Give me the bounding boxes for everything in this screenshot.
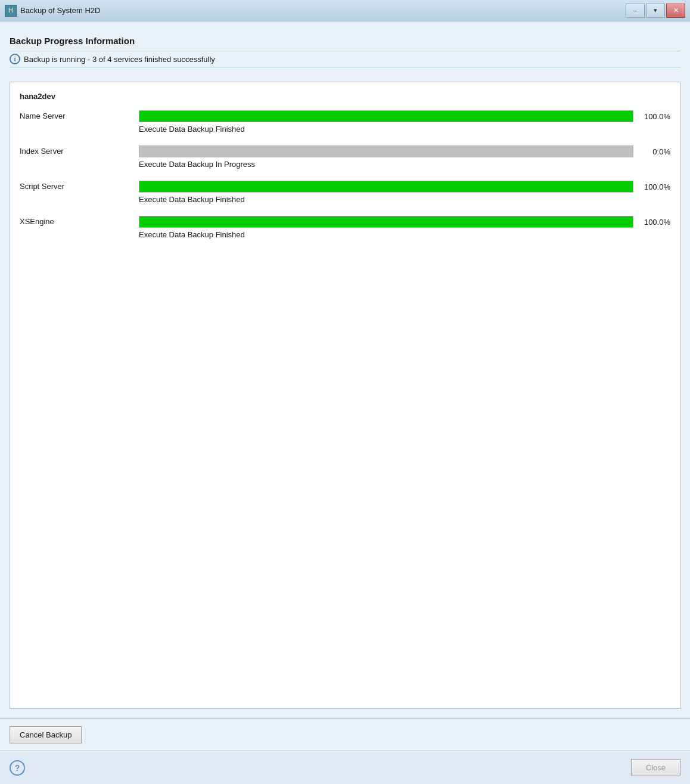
progress-line-xsengine: 100.0% xyxy=(139,216,670,228)
progress-bar-xsengine xyxy=(139,216,633,228)
service-label-script-server: Script Server xyxy=(20,181,139,191)
progress-line-index-server: 0.0% xyxy=(139,145,670,157)
progress-bar-script-server xyxy=(139,181,633,193)
services-panel: hana2dev Name Server 100.0% Execute Data… xyxy=(10,82,680,709)
service-status-script-server: Execute Data Backup Finished xyxy=(139,195,670,204)
progress-fill-index-server xyxy=(139,146,633,157)
info-header: Backup Progress Information i Backup is … xyxy=(10,31,680,75)
cancel-backup-button[interactable]: Cancel Backup xyxy=(10,726,82,743)
progress-pct-name-server: 100.0% xyxy=(639,112,670,121)
service-row-name-server: Name Server 100.0% Execute Data Backup F… xyxy=(20,110,670,134)
system-name: hana2dev xyxy=(20,92,670,101)
progress-bar-name-server xyxy=(139,110,633,122)
window-title: Backup of System H2D xyxy=(20,6,100,15)
service-progress-index-server: 0.0% Execute Data Backup In Progress xyxy=(139,145,670,169)
service-status-name-server: Execute Data Backup Finished xyxy=(139,125,670,134)
service-status-index-server: Execute Data Backup In Progress xyxy=(139,160,670,169)
footer: ? Close xyxy=(0,751,690,784)
service-status-xsengine: Execute Data Backup Finished xyxy=(139,230,670,239)
progress-pct-xsengine: 100.0% xyxy=(639,218,670,227)
maximize-button[interactable]: ▾ xyxy=(646,4,665,18)
progress-line-name-server: 100.0% xyxy=(139,110,670,122)
divider-top xyxy=(10,51,680,51)
status-text: Backup is running - 3 of 4 services fini… xyxy=(24,55,215,64)
service-progress-xsengine: 100.0% Execute Data Backup Finished xyxy=(139,216,670,239)
title-bar: H Backup of System H2D − ▾ ✕ xyxy=(0,0,690,21)
close-button[interactable]: Close xyxy=(631,759,680,776)
minimize-button[interactable]: − xyxy=(626,4,645,18)
info-icon: i xyxy=(10,54,20,64)
divider-bottom xyxy=(10,67,680,67)
progress-fill-name-server xyxy=(139,111,633,122)
help-icon[interactable]: ? xyxy=(10,760,25,776)
main-content: Backup Progress Information i Backup is … xyxy=(0,21,690,718)
title-bar-left: H Backup of System H2D xyxy=(5,5,100,17)
service-label-index-server: Index Server xyxy=(20,145,139,156)
bottom-buttons-area: Cancel Backup xyxy=(0,718,690,751)
progress-line-script-server: 100.0% xyxy=(139,181,670,193)
title-bar-controls: − ▾ ✕ xyxy=(626,4,685,18)
section-title: Backup Progress Information xyxy=(10,36,680,46)
service-row-script-server: Script Server 100.0% Execute Data Backup… xyxy=(20,181,670,204)
app-icon-label: H xyxy=(8,7,13,14)
progress-bar-index-server xyxy=(139,145,633,157)
app-icon: H xyxy=(5,5,17,17)
service-label-name-server: Name Server xyxy=(20,110,139,120)
progress-pct-script-server: 100.0% xyxy=(639,182,670,191)
progress-fill-script-server xyxy=(139,181,633,192)
title-close-button[interactable]: ✕ xyxy=(666,4,685,18)
service-row-xsengine: XSEngine 100.0% Execute Data Backup Fini… xyxy=(20,216,670,239)
service-label-xsengine: XSEngine xyxy=(20,216,139,226)
service-progress-script-server: 100.0% Execute Data Backup Finished xyxy=(139,181,670,204)
service-row-index-server: Index Server 0.0% Execute Data Backup In… xyxy=(20,145,670,169)
status-row: i Backup is running - 3 of 4 services fi… xyxy=(10,54,680,64)
service-progress-name-server: 100.0% Execute Data Backup Finished xyxy=(139,110,670,134)
progress-fill-xsengine xyxy=(139,216,633,227)
progress-pct-index-server: 0.0% xyxy=(639,147,670,156)
